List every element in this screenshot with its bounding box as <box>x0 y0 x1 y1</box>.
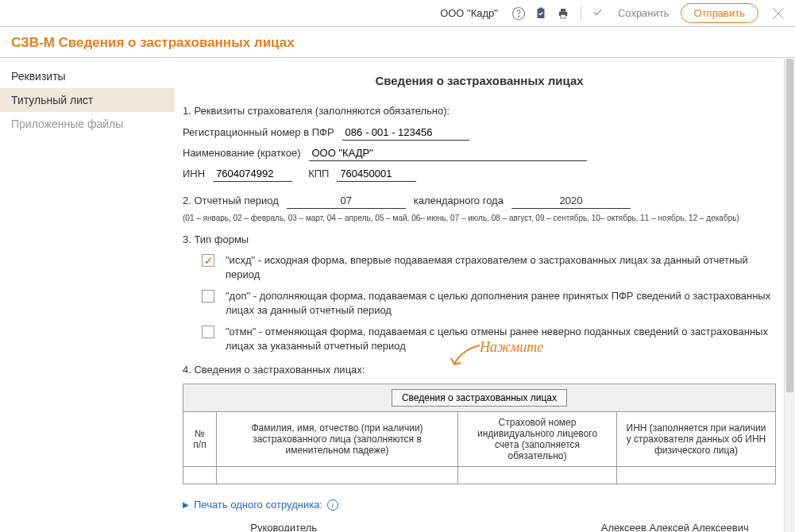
checkbox-dop-label: "доп" - дополняющая форма, подаваемая с … <box>226 289 776 317</box>
short-name-label: Наименование (краткое) <box>183 147 301 159</box>
period-year-input[interactable]: 2020 <box>511 193 631 209</box>
signature-input[interactable] <box>408 522 550 531</box>
scrollbar-thumb[interactable] <box>786 59 793 392</box>
checkbox-otmn[interactable] <box>202 326 214 338</box>
page-title: СЗВ-М Сведения о застрахованных лицах <box>11 35 784 51</box>
section3-title: 3. Тип формы <box>183 233 776 245</box>
svg-rect-6 <box>561 14 565 18</box>
reg-number-input[interactable] <box>342 125 469 141</box>
print-one-employee-link[interactable]: ▶ Печать одного сотрудника: i <box>183 499 776 511</box>
section1-title: 1. Реквизиты страхователя (заполняются о… <box>183 105 776 117</box>
checkbox-dop[interactable] <box>202 290 214 303</box>
short-name-input[interactable] <box>309 145 587 161</box>
info-icon[interactable]: i <box>327 499 338 511</box>
print-link-label: Печать одного сотрудника: <box>194 499 322 511</box>
col-snils: Страховой номер индивидуального лицевого… <box>458 412 617 467</box>
svg-rect-3 <box>539 7 543 10</box>
form-heading: Сведения о застрахованных лицах <box>183 74 776 87</box>
month-legend: (01 – январь, 02 – февраль, 03 – март, 0… <box>183 214 776 222</box>
insured-button-wrap: Сведения о застрахованных лицах <box>183 384 776 412</box>
send-button[interactable]: Отправить <box>681 3 758 23</box>
section4-title: 4. Сведения о застрахованных лицах: <box>183 364 776 376</box>
company-name: ООО "Кадр" <box>440 7 498 19</box>
checkbox-ishd-label: "исхд" - исходная форма, впервые подавае… <box>226 253 776 281</box>
col-num: № п/п <box>183 412 217 467</box>
kpp-input[interactable] <box>337 166 416 182</box>
table-row[interactable] <box>183 467 776 484</box>
col-inn: ИНН (заполняется при наличии у страховат… <box>617 412 776 467</box>
vertical-scrollbar[interactable] <box>784 59 795 532</box>
inn-input[interactable] <box>213 166 292 182</box>
insured-persons-button[interactable]: Сведения о застрахованных лицах <box>392 389 567 407</box>
sidebar-item-attached-files[interactable]: Приложенные файлы <box>0 112 175 136</box>
calendar-year-label: календарного года <box>414 195 504 206</box>
chevron-right-icon: ▶ <box>183 500 189 509</box>
sidebar-item-requisites[interactable]: Реквизиты <box>0 64 175 88</box>
kpp-label: КПП <box>308 168 329 179</box>
period-month-input[interactable]: 07 <box>287 193 406 209</box>
sidebar-item-title-sheet[interactable]: Титульный лист <box>0 88 175 112</box>
svg-rect-5 <box>561 9 565 12</box>
checkbox-ishd[interactable] <box>202 254 214 267</box>
svg-point-1 <box>518 16 519 17</box>
section2-title: 2. Отчетный период <box>183 195 279 206</box>
fio-input[interactable]: Алексеев Алексей Алексеевич <box>574 522 776 531</box>
inn-label: ИНН <box>183 168 205 179</box>
sidebar: Реквизиты Титульный лист Приложенные фай… <box>0 58 175 531</box>
help-icon[interactable] <box>511 6 527 21</box>
content-area: Сведения о застрахованных лицах 1. Рекви… <box>175 58 795 531</box>
col-fio: Фамилия, имя, отчество (при наличии) зас… <box>217 412 458 467</box>
clipboard-icon[interactable] <box>533 6 549 21</box>
insured-table: № п/п Фамилия, имя, отчество (при наличи… <box>183 411 776 484</box>
save-button: Сохранить <box>618 7 670 19</box>
close-icon[interactable] <box>770 5 787 22</box>
checkbox-otmn-label: "отмн" - отменяющая форма, подаваемая с … <box>226 325 776 353</box>
print-icon[interactable] <box>555 6 571 21</box>
check-dropdown-icon[interactable] <box>591 6 607 21</box>
position-input[interactable]: Руководитель <box>183 522 384 531</box>
reg-number-label: Регистрационный номер в ПФР <box>183 126 334 138</box>
toolbar-separator <box>581 6 581 21</box>
